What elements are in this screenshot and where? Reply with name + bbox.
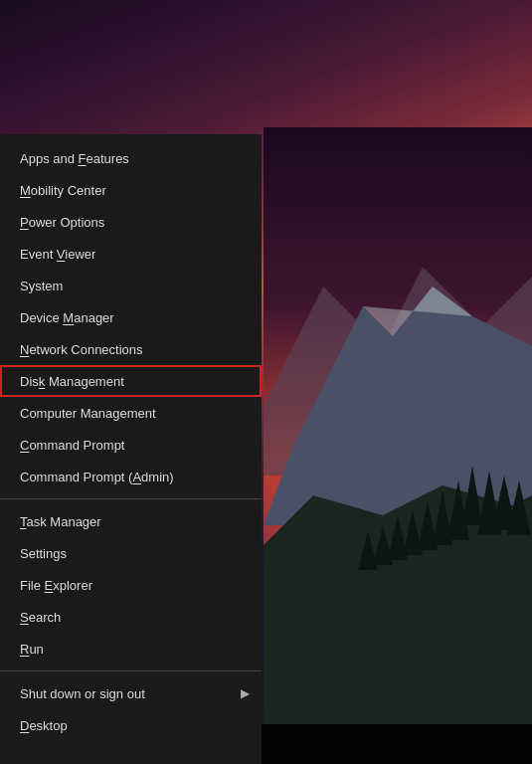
menu-item-label: File Explorer <box>20 578 92 593</box>
menu-item-shut-down[interactable]: Shut down or sign out ▶ <box>0 677 262 709</box>
menu-item-task-manager[interactable]: Task Manager <box>0 505 262 537</box>
menu-item-label: Search <box>20 610 61 625</box>
menu-item-system[interactable]: System <box>0 270 262 301</box>
menu-item-event-viewer[interactable]: Event Viewer <box>0 238 262 270</box>
menu-item-label: Command Prompt (Admin) <box>20 470 174 484</box>
menu-item-label: Device Manager <box>20 310 114 325</box>
menu-item-label: Mobility Center <box>20 183 106 198</box>
menu-item-settings[interactable]: Settings <box>0 537 262 569</box>
mountain-illustration <box>264 127 532 724</box>
menu-item-label: Computer Management <box>20 406 156 421</box>
menu-item-command-prompt[interactable]: Command Prompt <box>0 429 262 461</box>
menu-item-search[interactable]: Search <box>0 601 262 633</box>
menu-divider-1 <box>0 498 262 499</box>
menu-item-label: Desktop <box>20 718 68 733</box>
menu-item-label: Event Viewer <box>20 247 95 262</box>
menu-item-label: Power Options <box>20 215 104 230</box>
menu-item-computer-management[interactable]: Computer Management <box>0 397 262 429</box>
menu-item-label: Network Connections <box>20 342 143 357</box>
menu-item-label: Disk Management <box>20 374 124 389</box>
menu-item-label: Apps and Features <box>20 151 129 166</box>
menu-item-command-prompt-admin[interactable]: Command Prompt (Admin) <box>0 461 262 492</box>
menu-item-label: Settings <box>20 546 67 561</box>
arrow-icon: ▶ <box>241 686 250 700</box>
menu-item-label: Shut down or sign out <box>20 686 145 701</box>
menu-item-disk-management[interactable]: Disk Management <box>0 365 262 397</box>
menu-item-label: System <box>20 279 63 293</box>
menu-item-run[interactable]: Run <box>0 633 262 665</box>
menu-item-file-explorer[interactable]: File Explorer <box>0 569 262 601</box>
menu-item-desktop[interactable]: Desktop <box>0 709 262 741</box>
menu-item-device-manager[interactable]: Device Manager <box>0 301 262 333</box>
context-menu: Apps and Features Mobility Center Power … <box>0 134 262 764</box>
menu-item-label: Command Prompt <box>20 438 124 453</box>
menu-divider-2 <box>0 670 262 671</box>
menu-item-network-connections[interactable]: Network Connections <box>0 333 262 365</box>
menu-item-label: Run <box>20 642 44 657</box>
menu-item-label: Task Manager <box>20 514 101 529</box>
menu-item-power-options[interactable]: Power Options <box>0 206 262 238</box>
menu-item-apps-features[interactable]: Apps and Features <box>0 142 262 174</box>
menu-item-mobility-center[interactable]: Mobility Center <box>0 174 262 206</box>
